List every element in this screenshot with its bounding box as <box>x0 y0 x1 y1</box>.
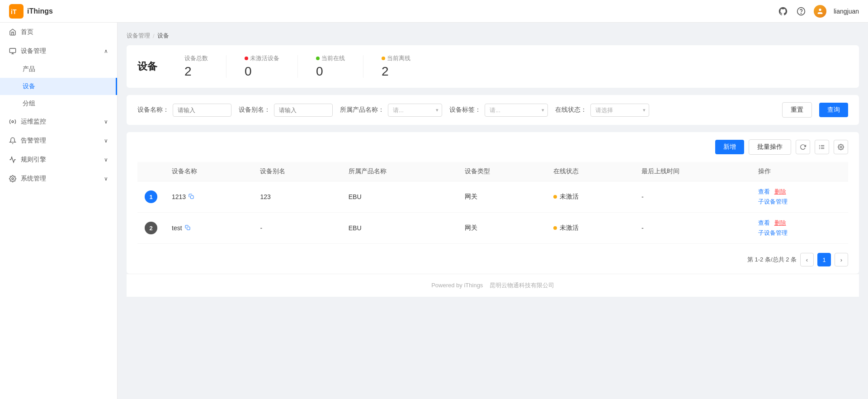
table-section: 新增 批量操作 设备名称 设备别名 <box>127 132 859 274</box>
stat-online-value: 0 <box>316 64 323 79</box>
table-row: 1 1213 123 EBU 网关 <box>137 181 848 213</box>
dot-green-icon <box>316 57 320 60</box>
sidebar-rule-header[interactable]: 规则引擎 ∨ <box>0 150 117 169</box>
filter-device-name-group: 设备名称： <box>137 104 231 117</box>
row-1-device-name: 1213 <box>165 181 253 213</box>
page-1-label: 1 <box>822 256 826 263</box>
row-1-last-online-time: - <box>634 181 751 213</box>
col-device-alias: 设备别名 <box>253 162 341 181</box>
device-tag-select[interactable]: 请... <box>485 104 548 117</box>
main-layout: 首页 设备管理 ∧ 产品 设备 分组 <box>0 23 868 399</box>
stat-offline-label: 当前离线 <box>382 54 410 62</box>
page-1-button[interactable]: 1 <box>817 253 831 266</box>
stat-total-value: 2 <box>184 64 192 79</box>
breadcrumb-parent: 设备管理 <box>127 32 150 40</box>
device-alias-input[interactable] <box>274 104 333 117</box>
col-device-name: 设备名称 <box>165 162 253 181</box>
filter-online-status-group: 在线状态： 请选择 未激活 在线 离线 ▾ <box>555 104 649 117</box>
row-2-sub-device-link[interactable]: 子设备管理 <box>758 229 788 237</box>
row-1-device-alias: 123 <box>253 181 341 213</box>
row-1-online-status: 未激活 <box>546 181 634 213</box>
page-title: 设备 <box>137 60 157 73</box>
next-page-button[interactable]: › <box>835 253 848 266</box>
row-2-delete-link[interactable]: 删除 <box>774 219 786 227</box>
prev-page-button[interactable]: ‹ <box>800 253 814 266</box>
svg-rect-17 <box>187 227 190 230</box>
row-1-sub-device-link[interactable]: 子设备管理 <box>758 198 788 206</box>
dot-red-icon <box>245 57 248 60</box>
home-icon <box>9 28 16 36</box>
query-button[interactable]: 查询 <box>819 103 848 117</box>
filter-device-name-label: 设备名称： <box>137 106 169 114</box>
app-logo: iT iThings <box>9 4 127 19</box>
main-content: 设备管理 / 设备 设备 设备总数 2 未激活设备 0 <box>118 23 868 399</box>
sidebar-item-product[interactable]: 产品 <box>0 61 117 78</box>
sidebar-item-device[interactable]: 设备 <box>0 78 117 95</box>
online-status-select-wrapper: 请选择 未激活 在线 离线 ▾ <box>590 104 649 117</box>
device-name-input[interactable] <box>173 104 231 117</box>
batch-button[interactable]: 批量操作 <box>749 139 791 155</box>
row-2-index: 2 <box>137 213 165 244</box>
column-settings-button[interactable] <box>815 140 829 154</box>
stat-inactive: 未激活设备 0 <box>245 54 279 79</box>
row-2-device-alias: - <box>253 213 341 244</box>
user-menu[interactable]: liangjuan <box>834 8 859 15</box>
row-2-view-link[interactable]: 查看 <box>758 219 770 227</box>
product-name-select[interactable]: 请... <box>388 104 442 117</box>
filter-online-status-label: 在线状态： <box>555 106 587 114</box>
github-icon[interactable] <box>778 6 788 17</box>
logo-icon: iT <box>9 4 24 19</box>
row-2-num: 2 <box>145 222 157 234</box>
add-button[interactable]: 新增 <box>715 140 744 154</box>
row-2-last-online-time: - <box>634 213 751 244</box>
row-1-device-type: 网关 <box>458 181 546 213</box>
row-1-actions: 查看 删除 子设备管理 <box>751 181 848 213</box>
table-body: 1 1213 123 EBU 网关 <box>137 181 848 244</box>
row-2-device-type: 网关 <box>458 213 546 244</box>
prev-icon: ‹ <box>806 256 808 263</box>
row-2-copy-icon[interactable] <box>185 225 190 232</box>
pagination-info: 第 1-2 条/总共 2 条 <box>747 256 797 264</box>
col-last-online-time: 最后上线时间 <box>634 162 751 181</box>
reset-button[interactable]: 重置 <box>782 102 812 118</box>
alert-chevron-icon: ∨ <box>104 138 108 144</box>
settings-icon <box>838 144 844 150</box>
rule-icon <box>9 156 16 163</box>
refresh-button[interactable] <box>796 140 810 154</box>
row-2-product-name: EBU <box>341 213 458 244</box>
row-1-num: 1 <box>145 190 157 203</box>
group-label: 分组 <box>23 100 35 108</box>
row-2-device-name: test <box>165 213 253 244</box>
system-icon <box>9 175 16 182</box>
row-1-status-dot <box>553 195 557 199</box>
help-icon[interactable] <box>796 6 807 17</box>
sidebar-alert-header[interactable]: 告警管理 ∨ <box>0 131 117 150</box>
row-1-copy-icon[interactable] <box>189 194 194 200</box>
row-1-index: 1 <box>137 181 165 213</box>
stat-total-label: 设备总数 <box>184 54 208 62</box>
sidebar-group-device-header[interactable]: 设备管理 ∧ <box>0 42 117 61</box>
col-product-name: 所属产品名称 <box>341 162 458 181</box>
settings-button[interactable] <box>834 140 848 154</box>
row-1-delete-link[interactable]: 删除 <box>774 188 786 196</box>
sidebar-device-label: 设备管理 <box>21 47 46 55</box>
breadcrumb-current: 设备 <box>157 32 169 40</box>
filter-product-name-group: 所属产品名称： 请... ▾ <box>340 104 442 117</box>
online-status-select[interactable]: 请选择 未激活 在线 离线 <box>590 104 649 117</box>
username: liangjuan <box>834 8 859 15</box>
sidebar-item-group[interactable]: 分组 <box>0 95 117 112</box>
device-table: 设备名称 设备别名 所属产品名称 设备类型 在线状态 最后上线时间 操作 1 <box>137 162 848 244</box>
sidebar-item-home[interactable]: 首页 <box>0 23 117 42</box>
rule-label: 规则引擎 <box>21 156 46 164</box>
sidebar: 首页 设备管理 ∧ 产品 设备 分组 <box>0 23 118 399</box>
product-name-select-wrapper: 请... ▾ <box>388 104 442 117</box>
sidebar-ops-header[interactable]: 运维监控 ∨ <box>0 112 117 131</box>
device-label: 设备 <box>23 82 35 90</box>
sidebar-system-header[interactable]: 系统管理 ∨ <box>0 169 117 188</box>
filter-bar: 设备名称： 设备别名： 所属产品名称： 请... ▾ 设备标签： <box>127 95 859 125</box>
system-label: 系统管理 <box>21 175 46 183</box>
breadcrumb-separator: / <box>153 33 155 39</box>
row-1-view-link[interactable]: 查看 <box>758 188 770 196</box>
dot-yellow-icon <box>382 57 385 60</box>
svg-rect-4 <box>9 48 15 52</box>
